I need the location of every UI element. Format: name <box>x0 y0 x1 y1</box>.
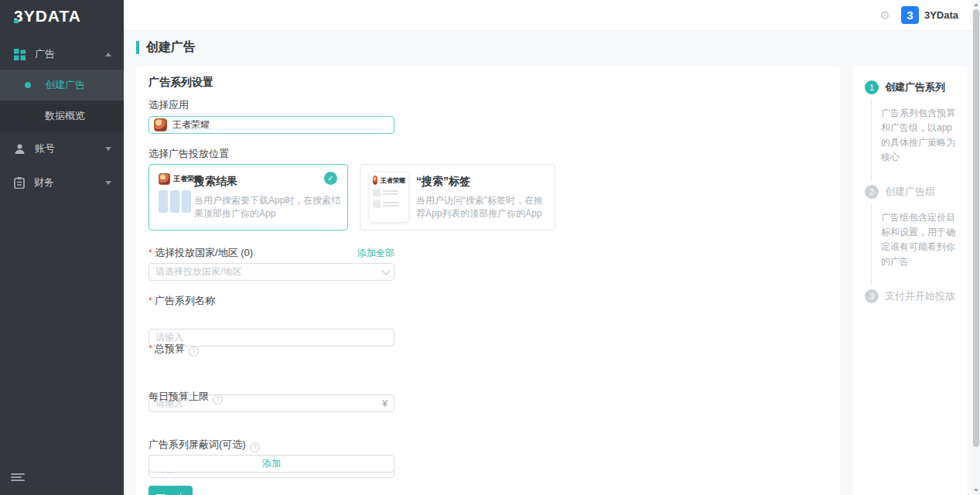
placement-option-search-results[interactable]: ✓ 王者荣耀 搜索结果 当用户搜索要下载App时，在搜索结果顶部推广你的App <box>149 164 348 230</box>
help-icon[interactable]: ? <box>213 394 223 405</box>
preview-row <box>373 200 405 208</box>
gear-icon[interactable]: ⚙ <box>880 9 890 22</box>
country-placeholder: 请选择投放国家/地区 <box>155 265 381 278</box>
help-icon[interactable]: ? <box>250 442 260 452</box>
placement-desc: 当用户访问“搜索”标签时，在推荐App列表的顶部推广你的App <box>416 194 545 220</box>
step-number: 3 <box>865 289 879 303</box>
app-select-value: 王者荣耀 <box>172 118 210 131</box>
chevron-down-icon <box>105 181 111 185</box>
add-blocked-word-button[interactable]: 添加 <box>149 455 394 473</box>
campaign-name-label: *广告系列名称 <box>149 294 215 308</box>
account-brand[interactable]: 3 3YData <box>901 6 958 24</box>
scrollbar-thumb[interactable] <box>973 9 979 447</box>
country-label-row: *选择投放国家/地区 (0) 添加全部 <box>149 246 394 260</box>
step-desc: 广告组包含定价目标和设置，用于确定谁有可能看到你的广告 <box>881 210 958 269</box>
placement-title: “搜索”标签 <box>416 175 545 189</box>
section-title: 广告系列设置 <box>149 76 213 90</box>
scroll-down-icon[interactable] <box>974 489 978 492</box>
chevron-down-icon <box>105 147 111 151</box>
logo-rest: YDATA <box>24 7 81 26</box>
sidebar-item-label: 数据概览 <box>45 109 85 123</box>
step-title: 创建广告组 <box>885 185 935 199</box>
add-all-link[interactable]: 添加全部 <box>357 247 394 260</box>
country-label: *选择投放国家/地区 (0) <box>149 246 253 260</box>
step-desc: 广告系列包含预算和广告组，以app的具体推广策略为核心 <box>881 106 958 165</box>
brand-name: 3YData <box>924 9 958 21</box>
placement-text: “搜索”标签 当用户访问“搜索”标签时，在推荐App列表的顶部推广你的App <box>416 175 545 220</box>
placement-title: 搜索结果 <box>194 175 346 189</box>
app-icon <box>159 173 170 185</box>
step-title: 支付并开始投放 <box>885 289 955 303</box>
step-2: 2 创建广告组 <box>865 185 958 199</box>
sidebar-item-label: 广告 <box>35 47 105 61</box>
sidebar-item-data-overview[interactable]: 数据概览 <box>0 101 124 131</box>
chevron-down-icon <box>381 266 390 275</box>
active-dot-icon <box>25 82 31 88</box>
preview-row <box>373 189 405 196</box>
sidebar-menu: 广告 创建广告 数据概览 账号 财务 <box>0 39 124 198</box>
app-select[interactable]: 王者荣耀 <box>149 116 394 134</box>
step-2-body: 广告组包含定价目标和设置，用于确定谁有可能看到你的广告 <box>871 204 958 285</box>
app-select-label: 选择应用 <box>149 98 189 112</box>
app-logo: 3YDATA <box>0 0 124 32</box>
app-icon <box>373 176 377 185</box>
step-title: 创建广告系列 <box>885 80 945 94</box>
total-budget-label: *总预算? <box>149 342 199 357</box>
step-number: 1 <box>865 80 879 94</box>
top-header: ⚙ 3 3YData <box>124 0 980 31</box>
ads-submenu: 创建广告 数据概览 <box>0 70 124 131</box>
step-1: 1 创建广告系列 <box>865 80 958 94</box>
required-mark: * <box>149 247 152 258</box>
sidebar-item-label: 账号 <box>35 142 105 155</box>
finance-icon <box>14 177 25 189</box>
page-title: 创建广告 <box>136 39 196 56</box>
user-icon <box>14 143 26 155</box>
step-number: 2 <box>865 185 879 199</box>
placement-text: 搜索结果 当用户搜索要下载App时，在搜索结果顶部推广你的App <box>194 175 346 220</box>
logo-3: 3 <box>14 7 24 26</box>
brand-logo: 3 <box>901 6 919 24</box>
placement-option-search-tab[interactable]: 王者荣耀 “搜索”标签 当用户访问“搜索”标签时，在推荐App列表的顶部推广你的… <box>360 164 555 230</box>
daily-budget-label: 每日预算上限? <box>149 390 223 405</box>
preview-minicard: 王者荣耀 <box>370 172 408 222</box>
app-icon <box>154 118 167 131</box>
blocked-words-label: 广告系列屏蔽词(可选)? <box>149 438 260 452</box>
placement-preview: 王者荣耀 <box>370 172 408 222</box>
sidebar-item-account[interactable]: 账号 <box>0 133 124 164</box>
campaign-settings-card: 广告系列设置 选择应用 王者荣耀 选择广告投放位置 ✓ 王者荣耀 搜索结果 当用… <box>136 66 840 495</box>
title-accent-bar <box>136 41 139 54</box>
help-icon[interactable]: ? <box>189 346 199 357</box>
placement-label: 选择广告投放位置 <box>149 147 229 161</box>
sidebar-item-finance[interactable]: 财务 <box>0 167 124 198</box>
chevron-up-icon <box>105 53 111 56</box>
scroll-up-icon[interactable] <box>974 3 978 6</box>
placement-desc: 当用户搜索要下载App时，在搜索结果顶部推广你的App <box>194 194 346 220</box>
grid-icon <box>14 49 26 60</box>
sidebar-item-create-ad[interactable]: 创建广告 <box>0 70 124 101</box>
sidebar: 3YDATA 广告 创建广告 数据概览 账号 财务 <box>0 0 124 495</box>
sidebar-item-label: 财务 <box>34 176 105 189</box>
step-3: 3 支付并开始投放 <box>865 289 958 303</box>
app-badge: 王者荣耀 <box>373 176 405 185</box>
country-select[interactable]: 请选择投放国家/地区 <box>149 263 394 281</box>
sidebar-collapse-icon[interactable] <box>11 473 25 484</box>
sidebar-item-ads[interactable]: 广告 <box>0 39 124 70</box>
currency-symbol: ¥ <box>382 398 388 409</box>
sidebar-item-label: 创建广告 <box>45 78 85 92</box>
steps-panel: 1 创建广告系列 广告系列包含预算和广告组，以app的具体推广策略为核心 2 创… <box>853 66 968 495</box>
step-1-body: 广告系列包含预算和广告组，以app的具体推广策略为核心 <box>871 100 958 180</box>
next-step-button[interactable]: 下一步 <box>149 486 193 495</box>
scrollbar[interactable] <box>972 0 980 495</box>
